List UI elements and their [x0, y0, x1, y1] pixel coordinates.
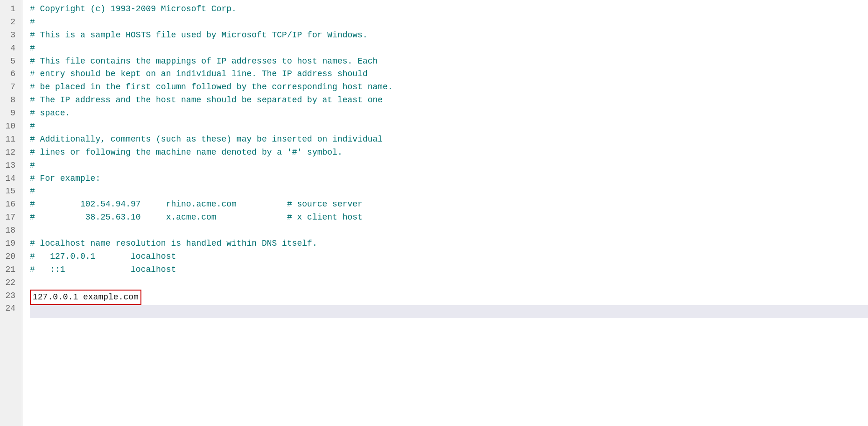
- code-line-19: # localhost name resolution is handled w…: [30, 237, 868, 250]
- line-number-17: 17: [2, 211, 18, 224]
- line-number-12: 12: [2, 146, 18, 159]
- code-line-14: # For example:: [30, 172, 868, 185]
- code-line-15: #: [30, 185, 868, 198]
- code-line-4: #: [30, 42, 868, 55]
- code-line-12: # lines or following the machine name de…: [30, 146, 868, 159]
- line-number-5: 5: [2, 55, 18, 68]
- line-number-15: 15: [2, 185, 18, 198]
- code-area[interactable]: # Copyright (c) 1993-2009 Microsoft Corp…: [22, 0, 868, 426]
- code-line-24: [30, 305, 868, 318]
- code-line-5: # This file contains the mappings of IP …: [30, 55, 868, 68]
- line-number-1: 1: [2, 3, 18, 16]
- code-line-13: #: [30, 159, 868, 172]
- highlighted-entry: 127.0.0.1 example.com: [30, 290, 141, 305]
- code-line-16: # 102.54.94.97 rhino.acme.com # source s…: [30, 198, 868, 211]
- line-number-18: 18: [2, 224, 18, 237]
- line-number-19: 19: [2, 237, 18, 250]
- line-number-10: 10: [2, 120, 18, 133]
- line-number-11: 11: [2, 133, 18, 146]
- code-line-7: # be placed in the first column followed…: [30, 81, 868, 94]
- code-line-23: 127.0.0.1 example.com: [30, 290, 868, 305]
- code-line-1: # Copyright (c) 1993-2009 Microsoft Corp…: [30, 3, 868, 16]
- line-number-20: 20: [2, 250, 18, 263]
- line-number-7: 7: [2, 81, 18, 94]
- code-line-2: #: [30, 16, 868, 29]
- line-number-23: 23: [2, 290, 18, 303]
- code-line-9: # space.: [30, 107, 868, 120]
- line-number-14: 14: [2, 172, 18, 185]
- code-line-6: # entry should be kept on an individual …: [30, 68, 868, 81]
- line-number-6: 6: [2, 68, 18, 81]
- line-number-4: 4: [2, 42, 18, 55]
- line-number-2: 2: [2, 16, 18, 29]
- code-line-22: [30, 277, 868, 290]
- code-line-20: # 127.0.0.1 localhost: [30, 250, 868, 263]
- line-number-16: 16: [2, 198, 18, 211]
- code-line-8: # The IP address and the host name shoul…: [30, 94, 868, 107]
- line-number-21: 21: [2, 263, 18, 277]
- code-line-17: # 38.25.63.10 x.acme.com # x client host: [30, 211, 868, 224]
- line-number-9: 9: [2, 107, 18, 120]
- line-number-13: 13: [2, 159, 18, 172]
- line-number-24: 24: [2, 302, 18, 315]
- code-line-18: [30, 224, 868, 237]
- line-number-8: 8: [2, 94, 18, 107]
- line-numbers: 123456789101112131415161718192021222324: [0, 0, 22, 426]
- code-line-11: # Additionally, comments (such as these)…: [30, 133, 868, 146]
- code-line-10: #: [30, 120, 868, 133]
- line-number-22: 22: [2, 277, 18, 290]
- code-line-21: # ::1 localhost: [30, 263, 868, 277]
- line-number-3: 3: [2, 29, 18, 42]
- editor-container: 123456789101112131415161718192021222324 …: [0, 0, 868, 426]
- code-line-3: # This is a sample HOSTS file used by Mi…: [30, 29, 868, 42]
